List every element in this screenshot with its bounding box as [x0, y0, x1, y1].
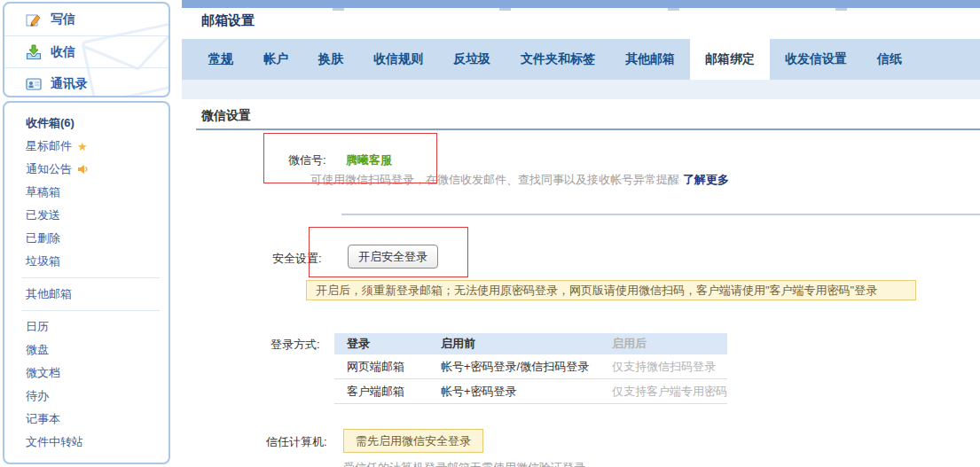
sidebar-item-todo[interactable]: 待办: [4, 385, 169, 408]
tab-send-receive-settings[interactable]: 收发信设置: [770, 39, 862, 80]
inbox-label: 收件箱(6): [26, 115, 74, 131]
junk-label: 垃圾箱: [26, 253, 60, 269]
weidisk-label: 微盘: [26, 342, 49, 358]
artifact-dash: [499, 8, 511, 11]
sidebar-item-notebook[interactable]: 记事本: [4, 408, 169, 431]
sidebar-item-notices[interactable]: 通知公告: [4, 158, 169, 181]
annotation-box-secure-login: [309, 227, 468, 277]
sidebar-divider: [22, 277, 160, 278]
tabbar-lower-strip: [182, 80, 980, 99]
page-title: 邮箱设置: [201, 12, 255, 29]
login-methods-label: 登录方式:: [270, 337, 320, 353]
sidebar-item-other-mailbox[interactable]: 其他邮箱: [4, 283, 169, 306]
tab-antispam[interactable]: 反垃圾: [438, 39, 506, 80]
sidebar-item-receive[interactable]: 收信: [4, 35, 169, 67]
notices-label: 通知公告: [26, 161, 72, 177]
sidebar-actions-panel: 写信 收信 通讯录: [3, 2, 170, 97]
receive-label: 收信: [51, 44, 75, 60]
calendar-label: 日历: [26, 319, 49, 335]
col-login: 登录: [334, 336, 441, 352]
sidebar-item-inbox[interactable]: 收件箱(6): [4, 112, 169, 135]
settings-tabbar: 常规 帐户 换肤 收信规则 反垃圾 文件夹和标签 其他邮箱 邮箱绑定 收发信设置…: [182, 39, 980, 80]
starred-label: 星标邮件: [26, 138, 72, 154]
other-mailbox-label: 其他邮箱: [26, 286, 72, 302]
sidebar-item-contacts[interactable]: 通讯录: [4, 67, 169, 97]
star-icon: ★: [77, 140, 88, 153]
trusted-computer-label: 信任计算机:: [266, 434, 327, 450]
content-divider: [341, 214, 980, 215]
weidoc-label: 微文档: [26, 365, 60, 381]
login-methods-table: 登录 启用前 启用后 网页端邮箱 帐号+密码登录/微信扫码登录 仅支持微信扫码登…: [334, 333, 727, 404]
sidebar-divider: [22, 310, 160, 311]
trusted-computer-badge: 需先启用微信安全登录: [343, 429, 483, 453]
artifact-dash: [333, 8, 344, 11]
file-transfer-label: 文件中转站: [26, 434, 83, 450]
contacts-icon: [26, 76, 42, 92]
tab-mailbox-binding[interactable]: 邮箱绑定: [690, 39, 770, 80]
trusted-computer-description: 受信任的计算机登录邮箱无需使用微信验证登录: [343, 460, 585, 467]
sidebar-item-file-transfer[interactable]: 文件中转站: [4, 431, 169, 454]
tab-general[interactable]: 常规: [193, 39, 248, 80]
compose-label: 写信: [51, 12, 75, 27]
col-after-enable: 启用后: [612, 336, 727, 352]
tab-skin[interactable]: 换肤: [303, 39, 358, 80]
todo-label: 待办: [26, 388, 49, 404]
artifact-dash: [668, 8, 679, 11]
drafts-label: 草稿箱: [26, 184, 60, 200]
tab-account[interactable]: 帐户: [248, 39, 303, 80]
secure-login-warning: 开启后，须重新登录邮箱；无法使用原密码登录，网页版请使用微信扫码，客户端请使用"…: [306, 280, 916, 300]
sidebar-item-compose[interactable]: 写信: [4, 4, 169, 35]
sidebar-item-sent[interactable]: 已发送: [4, 204, 169, 227]
tab-stationery[interactable]: 信纸: [862, 39, 917, 80]
annotation-box-wechat-id: [263, 133, 437, 183]
sidebar-item-weidoc[interactable]: 微文档: [4, 362, 169, 385]
tab-other-mailbox[interactable]: 其他邮箱: [610, 39, 690, 80]
speaker-icon: [77, 164, 89, 175]
col-before-enable: 启用前: [441, 336, 612, 352]
contacts-label: 通讯录: [51, 76, 88, 92]
sidebar-item-calendar[interactable]: 日历: [4, 315, 169, 339]
sidebar-folders-panel: 收件箱(6) 星标邮件 ★ 通知公告 草稿箱 已发送 已删除: [3, 101, 170, 464]
tab-folders-labels[interactable]: 文件夹和标签: [506, 39, 610, 80]
sidebar-item-starred[interactable]: 星标邮件 ★: [4, 135, 169, 158]
sidebar-item-weidisk[interactable]: 微盘: [4, 339, 169, 362]
sidebar-item-junk[interactable]: 垃圾箱: [4, 250, 169, 273]
artifact-dash: [835, 8, 847, 11]
sidebar-item-drafts[interactable]: 草稿箱: [4, 181, 169, 204]
deleted-label: 已删除: [26, 230, 60, 246]
learn-more-link[interactable]: 了解更多: [683, 173, 729, 186]
top-accent-bar: [182, 0, 980, 8]
sent-label: 已发送: [26, 207, 60, 223]
table-header-row: 登录 启用前 启用后: [334, 333, 727, 354]
notebook-label: 记事本: [26, 411, 60, 427]
compose-icon: [26, 12, 42, 27]
wechat-settings-heading: 微信设置: [201, 108, 251, 124]
section-divider: [196, 128, 980, 130]
app-window: 写信 收信 通讯录 收件箱(6) 星标邮: [0, 0, 980, 467]
receive-icon: [26, 44, 42, 60]
tab-mail-rules[interactable]: 收信规则: [358, 39, 438, 80]
table-row-client: 客户端邮箱 帐号+密码登录 仅支持客户端专用密码: [334, 379, 727, 404]
table-row-webmail: 网页端邮箱 帐号+密码登录/微信扫码登录 仅支持微信扫码登录: [334, 354, 727, 379]
sidebar-item-deleted[interactable]: 已删除: [4, 227, 169, 250]
